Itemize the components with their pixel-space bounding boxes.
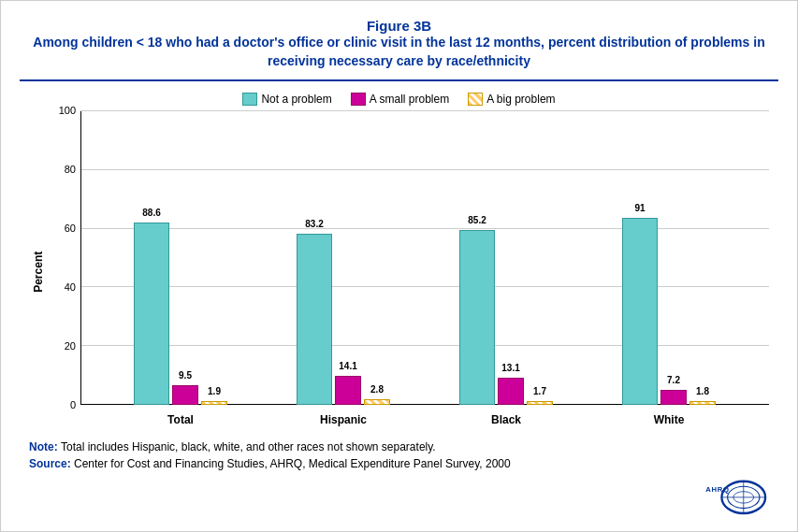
bar: 7.2 — [660, 390, 687, 405]
legend-box-not-problem — [242, 93, 257, 106]
chart-area: Percent 020406080100 88.69.51.983.214.12… — [20, 111, 778, 433]
legend: Not a problem A small problem A big prob… — [20, 93, 778, 106]
title-section: Figure 3B Among children < 18 who had a … — [20, 10, 778, 74]
chart-plot: 020406080100 88.69.51.983.214.12.885.213… — [48, 111, 769, 433]
legend-label-small-problem: A small problem — [370, 93, 449, 106]
bar-value: 9.5 — [179, 370, 192, 381]
source-line: Source: Center for Cost and Financing St… — [29, 455, 769, 472]
bar-rect — [134, 223, 169, 405]
footer: A H R Q — [20, 472, 778, 522]
legend-label-big-problem: A big problem — [486, 93, 555, 106]
ahrq-logo: A H R Q — [704, 476, 769, 518]
note-text: Total includes Hispanic, black, white, a… — [61, 440, 436, 453]
y-axis-label: Percent — [29, 111, 48, 433]
legend-box-big-problem — [468, 93, 483, 106]
x-label: Black — [459, 413, 553, 426]
figure-title-line2: Among children < 18 who had a doctor's o… — [29, 34, 769, 70]
bar: 91 — [622, 218, 658, 405]
bar: 1.9 — [201, 401, 227, 405]
bar-value: 1.8 — [696, 386, 709, 396]
notes-section: Note: Total includes Hispanic, black, wh… — [20, 433, 778, 472]
main-container: Figure 3B Among children < 18 who had a … — [0, 0, 798, 532]
title-divider — [20, 79, 778, 81]
y-tick-label: 0 — [48, 399, 76, 410]
bar-rect — [459, 230, 495, 405]
source-text: Center for Cost and Financing Studies, A… — [74, 457, 511, 470]
bar: 2.8 — [364, 399, 390, 405]
bar-value: 1.9 — [208, 386, 221, 396]
chart-inner: 020406080100 88.69.51.983.214.12.885.213… — [48, 111, 769, 433]
bar-rect — [527, 401, 553, 405]
bar-value: 1.7 — [533, 386, 546, 396]
bar-value: 14.1 — [339, 361, 356, 371]
svg-text:Q: Q — [723, 485, 729, 494]
legend-item-big-problem: A big problem — [468, 93, 555, 106]
bar-value: 91 — [634, 203, 645, 213]
x-label: White — [622, 413, 716, 426]
legend-box-small-problem — [351, 93, 366, 106]
bars-container: 88.69.51.983.214.12.885.213.11.7917.21.8 — [80, 111, 769, 405]
legend-item-not-problem: Not a problem — [242, 93, 331, 106]
bar-rect — [364, 399, 390, 405]
bar: 14.1 — [335, 376, 361, 405]
bar-rect — [622, 218, 658, 405]
y-tick-label: 80 — [48, 164, 76, 175]
y-tick-label: 60 — [48, 223, 76, 234]
note-label: Note: — [29, 440, 61, 453]
bar-value: 7.2 — [667, 375, 680, 385]
bar-rect — [498, 378, 524, 405]
bar: 88.6 — [134, 223, 169, 405]
x-labels: TotalHispanicBlackWhite — [80, 407, 769, 433]
svg-text:A: A — [705, 485, 711, 494]
bar: 9.5 — [172, 385, 198, 405]
bar-rect — [201, 401, 227, 405]
bar: 85.2 — [459, 230, 495, 405]
bar-rect — [689, 401, 716, 405]
y-tick-label: 100 — [48, 105, 76, 116]
bar-group: 917.21.8 — [622, 218, 716, 405]
bar: 13.1 — [498, 378, 524, 405]
y-tick-label: 20 — [48, 340, 76, 352]
svg-text:R: R — [718, 485, 723, 494]
x-label: Hispanic — [297, 413, 390, 426]
bar-group: 85.213.11.7 — [459, 230, 553, 405]
bar-rect — [172, 385, 198, 405]
bar-value: 83.2 — [305, 219, 323, 229]
bar-rect — [660, 390, 687, 405]
source-label: Source: — [29, 457, 74, 470]
y-tick-label: 40 — [48, 281, 76, 293]
bar: 83.2 — [297, 234, 332, 405]
bar: 1.8 — [689, 401, 716, 405]
svg-text:H: H — [712, 485, 718, 494]
bar: 1.7 — [527, 401, 553, 405]
bar-value: 88.6 — [142, 208, 160, 218]
bar-group: 83.214.12.8 — [297, 234, 390, 405]
legend-label-not-problem: Not a problem — [261, 93, 331, 106]
bar-group: 88.69.51.9 — [134, 223, 227, 405]
bar-rect — [297, 234, 332, 405]
bar-value: 2.8 — [370, 384, 384, 395]
bar-rect — [335, 376, 361, 405]
bar-value: 85.2 — [468, 215, 486, 225]
bar-value: 13.1 — [501, 363, 519, 373]
note-line: Note: Total includes Hispanic, black, wh… — [29, 439, 769, 455]
figure-title-line1: Figure 3B — [29, 18, 769, 34]
legend-item-small-problem: A small problem — [351, 93, 449, 106]
x-label: Total — [134, 413, 227, 426]
